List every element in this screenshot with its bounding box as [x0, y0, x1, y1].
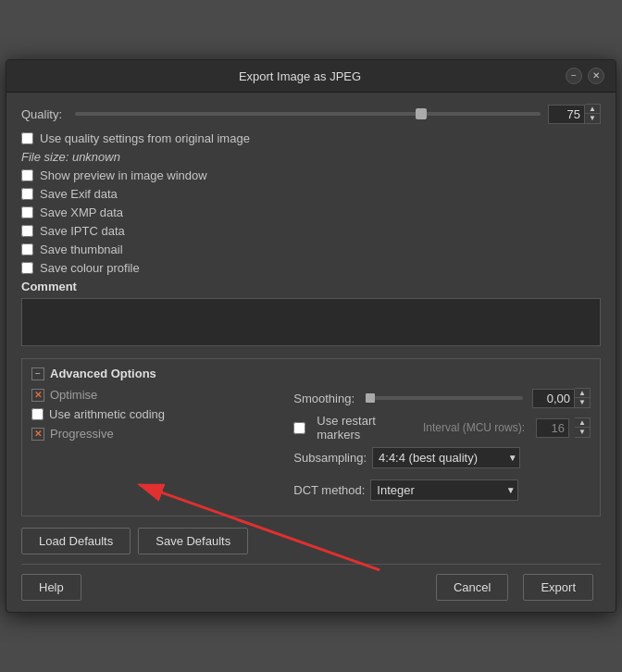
- save-xmp-row: Save XMP data: [21, 205, 601, 219]
- load-defaults-button[interactable]: Load Defaults: [21, 528, 131, 554]
- save-xmp-checkbox[interactable]: [21, 206, 33, 218]
- use-quality-checkbox[interactable]: [21, 132, 33, 144]
- use-quality-row: Use quality settings from original image: [21, 131, 601, 145]
- subsampling-label: Subsampling:: [293, 451, 367, 465]
- progressive-label: Progressive: [50, 427, 114, 441]
- close-button[interactable]: ✕: [588, 68, 604, 84]
- quality-label: Quality:: [21, 107, 68, 121]
- save-defaults-button[interactable]: Save Defaults: [138, 528, 248, 554]
- quality-value-input[interactable]: [548, 105, 585, 124]
- interval-up-arrow[interactable]: ▲: [575, 418, 590, 428]
- save-colour-checkbox[interactable]: [21, 262, 33, 274]
- save-exif-row: Save Exif data: [21, 187, 601, 201]
- file-size-label: File size: unknown: [21, 150, 601, 164]
- save-iptc-label: Save IPTC data: [40, 224, 125, 238]
- dct-row: DCT method: Integer Fixed Float ▾: [293, 479, 591, 501]
- save-iptc-checkbox[interactable]: [21, 225, 33, 237]
- quality-arrows: ▲ ▼: [585, 104, 601, 124]
- advanced-header: − Advanced Options: [31, 367, 591, 380]
- minimize-button[interactable]: −: [566, 68, 582, 84]
- save-thumbnail-checkbox[interactable]: [21, 243, 33, 255]
- advanced-collapse-button[interactable]: −: [31, 367, 44, 380]
- quality-slider-container: [75, 105, 541, 123]
- progressive-checkbox[interactable]: ✕: [31, 428, 44, 441]
- dialog: Export Image as JPEG − ✕ Quality: ▲ ▼: [6, 59, 616, 613]
- quality-row: Quality: ▲ ▼: [21, 104, 601, 124]
- smoothing-up-arrow[interactable]: ▲: [575, 389, 590, 398]
- save-thumbnail-label: Save thumbnail: [40, 243, 123, 256]
- titlebar-controls: − ✕: [566, 68, 604, 84]
- comment-textarea[interactable]: [21, 298, 601, 346]
- save-colour-label: Save colour profile: [40, 261, 140, 275]
- dct-select[interactable]: Integer Fixed Float: [370, 479, 518, 501]
- dialog-content: Quality: ▲ ▼ Use quality settings from o…: [6, 93, 616, 612]
- help-button[interactable]: Help: [21, 574, 81, 601]
- quality-up-arrow[interactable]: ▲: [585, 105, 600, 114]
- interval-arrows: ▲ ▼: [575, 417, 591, 438]
- cancel-button[interactable]: Cancel: [436, 574, 508, 601]
- arithmetic-label: Use arithmetic coding: [49, 407, 165, 421]
- smoothing-value-input[interactable]: [532, 389, 575, 408]
- dialog-title: Export Image as JPEG: [34, 69, 566, 83]
- smoothing-slider[interactable]: [366, 396, 523, 400]
- save-thumbnail-row: Save thumbnail: [21, 243, 601, 256]
- optimise-checkbox[interactable]: ✕: [31, 389, 44, 402]
- dct-select-wrapper: Integer Fixed Float ▾: [370, 479, 518, 501]
- interval-label: Interval (MCU rows):: [423, 421, 525, 434]
- progressive-row: ✕ Progressive: [31, 427, 279, 441]
- interval-input[interactable]: [536, 418, 569, 438]
- show-preview-label: Show preview in image window: [40, 168, 207, 182]
- smoothing-row: Smoothing: ▲ ▼: [293, 388, 591, 408]
- export-button[interactable]: Export: [523, 574, 593, 601]
- save-xmp-label: Save XMP data: [40, 205, 123, 219]
- use-quality-label: Use quality settings from original image: [40, 131, 250, 145]
- titlebar: Export Image as JPEG − ✕: [6, 60, 616, 93]
- save-colour-row: Save colour profile: [21, 261, 601, 275]
- arithmetic-row: Use arithmetic coding: [31, 407, 279, 421]
- restart-row: Use restart markers Interval (MCU rows):…: [293, 414, 591, 442]
- action-right: Cancel Export: [436, 574, 601, 601]
- save-exif-label: Save Exif data: [40, 187, 118, 201]
- subsampling-select-wrapper: 4:4:4 (best quality) 4:2:2 4:2:0 4:1:1 ▾: [372, 447, 520, 468]
- dct-label: DCT method:: [293, 483, 365, 497]
- smoothing-down-arrow[interactable]: ▼: [575, 398, 590, 407]
- optimise-label: Optimise: [50, 388, 97, 402]
- restart-label: Use restart markers: [317, 414, 408, 442]
- save-exif-checkbox[interactable]: [21, 188, 33, 200]
- smoothing-label: Smoothing:: [293, 392, 355, 405]
- interval-down-arrow[interactable]: ▼: [575, 428, 590, 437]
- restart-checkbox[interactable]: [293, 422, 305, 434]
- action-row: Help Cancel Export: [21, 564, 601, 601]
- advanced-section: − Advanced Options ✕ Optimise: [21, 358, 601, 516]
- quality-down-arrow[interactable]: ▼: [585, 114, 600, 123]
- show-preview-checkbox[interactable]: [21, 169, 33, 181]
- subsampling-row: Subsampling: 4:4:4 (best quality) 4:2:2 …: [293, 447, 591, 468]
- comment-label: Comment: [21, 280, 601, 293]
- show-preview-row: Show preview in image window: [21, 168, 601, 182]
- save-iptc-row: Save IPTC data: [21, 224, 601, 238]
- optimise-row: ✕ Optimise: [31, 388, 279, 402]
- arithmetic-checkbox[interactable]: [31, 408, 44, 420]
- smoothing-arrows: ▲ ▼: [575, 388, 591, 408]
- quality-slider[interactable]: [75, 112, 541, 116]
- subsampling-select[interactable]: 4:4:4 (best quality) 4:2:2 4:2:0 4:1:1: [372, 447, 520, 468]
- advanced-title: Advanced Options: [50, 367, 156, 380]
- quality-spinner: ▲ ▼: [548, 104, 601, 124]
- defaults-buttons: Load Defaults Save Defaults: [21, 528, 601, 554]
